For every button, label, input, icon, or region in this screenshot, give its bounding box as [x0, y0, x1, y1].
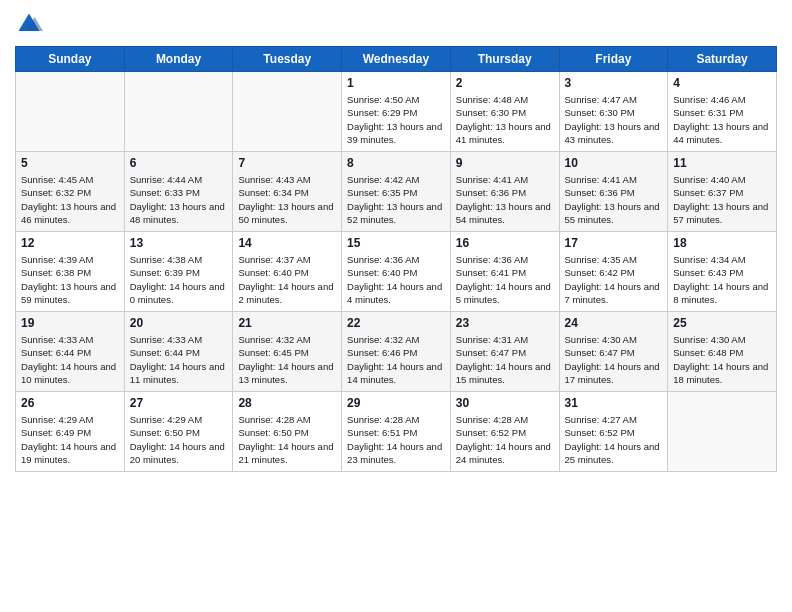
day-info: Sunrise: 4:46 AMSunset: 6:31 PMDaylight:… [673, 93, 771, 146]
calendar-day-cell: 19Sunrise: 4:33 AMSunset: 6:44 PMDayligh… [16, 312, 125, 392]
calendar-day-cell: 12Sunrise: 4:39 AMSunset: 6:38 PMDayligh… [16, 232, 125, 312]
day-info: Sunrise: 4:28 AMSunset: 6:50 PMDaylight:… [238, 413, 336, 466]
day-info: Sunrise: 4:50 AMSunset: 6:29 PMDaylight:… [347, 93, 445, 146]
calendar-day-cell: 21Sunrise: 4:32 AMSunset: 6:45 PMDayligh… [233, 312, 342, 392]
day-number: 24 [565, 316, 663, 330]
day-info: Sunrise: 4:30 AMSunset: 6:47 PMDaylight:… [565, 333, 663, 386]
day-info: Sunrise: 4:39 AMSunset: 6:38 PMDaylight:… [21, 253, 119, 306]
day-number: 14 [238, 236, 336, 250]
calendar-day-cell: 16Sunrise: 4:36 AMSunset: 6:41 PMDayligh… [450, 232, 559, 312]
day-number: 16 [456, 236, 554, 250]
calendar-day-cell [124, 72, 233, 152]
day-number: 10 [565, 156, 663, 170]
day-info: Sunrise: 4:41 AMSunset: 6:36 PMDaylight:… [456, 173, 554, 226]
day-number: 31 [565, 396, 663, 410]
calendar-day-cell: 6Sunrise: 4:44 AMSunset: 6:33 PMDaylight… [124, 152, 233, 232]
day-number: 9 [456, 156, 554, 170]
calendar-day-cell: 13Sunrise: 4:38 AMSunset: 6:39 PMDayligh… [124, 232, 233, 312]
calendar-header-monday: Monday [124, 47, 233, 72]
calendar-week-row: 19Sunrise: 4:33 AMSunset: 6:44 PMDayligh… [16, 312, 777, 392]
day-number: 30 [456, 396, 554, 410]
calendar-day-cell: 4Sunrise: 4:46 AMSunset: 6:31 PMDaylight… [668, 72, 777, 152]
day-number: 29 [347, 396, 445, 410]
calendar-day-cell: 9Sunrise: 4:41 AMSunset: 6:36 PMDaylight… [450, 152, 559, 232]
calendar-header-row: SundayMondayTuesdayWednesdayThursdayFrid… [16, 47, 777, 72]
day-number: 4 [673, 76, 771, 90]
calendar-day-cell: 22Sunrise: 4:32 AMSunset: 6:46 PMDayligh… [342, 312, 451, 392]
day-number: 21 [238, 316, 336, 330]
calendar-day-cell: 15Sunrise: 4:36 AMSunset: 6:40 PMDayligh… [342, 232, 451, 312]
calendar-day-cell: 29Sunrise: 4:28 AMSunset: 6:51 PMDayligh… [342, 392, 451, 472]
calendar-day-cell: 17Sunrise: 4:35 AMSunset: 6:42 PMDayligh… [559, 232, 668, 312]
logo [15, 10, 47, 38]
day-info: Sunrise: 4:30 AMSunset: 6:48 PMDaylight:… [673, 333, 771, 386]
calendar-day-cell: 27Sunrise: 4:29 AMSunset: 6:50 PMDayligh… [124, 392, 233, 472]
day-info: Sunrise: 4:31 AMSunset: 6:47 PMDaylight:… [456, 333, 554, 386]
calendar-table: SundayMondayTuesdayWednesdayThursdayFrid… [15, 46, 777, 472]
calendar-day-cell: 8Sunrise: 4:42 AMSunset: 6:35 PMDaylight… [342, 152, 451, 232]
calendar-day-cell: 11Sunrise: 4:40 AMSunset: 6:37 PMDayligh… [668, 152, 777, 232]
calendar-week-row: 1Sunrise: 4:50 AMSunset: 6:29 PMDaylight… [16, 72, 777, 152]
calendar-week-row: 26Sunrise: 4:29 AMSunset: 6:49 PMDayligh… [16, 392, 777, 472]
day-info: Sunrise: 4:28 AMSunset: 6:52 PMDaylight:… [456, 413, 554, 466]
day-info: Sunrise: 4:32 AMSunset: 6:46 PMDaylight:… [347, 333, 445, 386]
day-info: Sunrise: 4:36 AMSunset: 6:41 PMDaylight:… [456, 253, 554, 306]
day-info: Sunrise: 4:35 AMSunset: 6:42 PMDaylight:… [565, 253, 663, 306]
day-info: Sunrise: 4:48 AMSunset: 6:30 PMDaylight:… [456, 93, 554, 146]
calendar-day-cell [233, 72, 342, 152]
day-number: 6 [130, 156, 228, 170]
day-info: Sunrise: 4:41 AMSunset: 6:36 PMDaylight:… [565, 173, 663, 226]
day-number: 18 [673, 236, 771, 250]
day-number: 25 [673, 316, 771, 330]
calendar-day-cell: 30Sunrise: 4:28 AMSunset: 6:52 PMDayligh… [450, 392, 559, 472]
calendar-day-cell: 26Sunrise: 4:29 AMSunset: 6:49 PMDayligh… [16, 392, 125, 472]
calendar-header-saturday: Saturday [668, 47, 777, 72]
day-number: 28 [238, 396, 336, 410]
day-info: Sunrise: 4:29 AMSunset: 6:49 PMDaylight:… [21, 413, 119, 466]
calendar-header-friday: Friday [559, 47, 668, 72]
day-number: 23 [456, 316, 554, 330]
day-info: Sunrise: 4:38 AMSunset: 6:39 PMDaylight:… [130, 253, 228, 306]
calendar-day-cell: 20Sunrise: 4:33 AMSunset: 6:44 PMDayligh… [124, 312, 233, 392]
logo-icon [15, 10, 43, 38]
day-number: 11 [673, 156, 771, 170]
day-number: 27 [130, 396, 228, 410]
day-info: Sunrise: 4:28 AMSunset: 6:51 PMDaylight:… [347, 413, 445, 466]
calendar-day-cell: 5Sunrise: 4:45 AMSunset: 6:32 PMDaylight… [16, 152, 125, 232]
day-info: Sunrise: 4:44 AMSunset: 6:33 PMDaylight:… [130, 173, 228, 226]
day-info: Sunrise: 4:29 AMSunset: 6:50 PMDaylight:… [130, 413, 228, 466]
day-number: 26 [21, 396, 119, 410]
calendar-header-tuesday: Tuesday [233, 47, 342, 72]
calendar-day-cell: 1Sunrise: 4:50 AMSunset: 6:29 PMDaylight… [342, 72, 451, 152]
calendar-day-cell [668, 392, 777, 472]
calendar-day-cell [16, 72, 125, 152]
calendar-day-cell: 23Sunrise: 4:31 AMSunset: 6:47 PMDayligh… [450, 312, 559, 392]
day-info: Sunrise: 4:45 AMSunset: 6:32 PMDaylight:… [21, 173, 119, 226]
day-info: Sunrise: 4:36 AMSunset: 6:40 PMDaylight:… [347, 253, 445, 306]
day-number: 7 [238, 156, 336, 170]
calendar-header-thursday: Thursday [450, 47, 559, 72]
day-info: Sunrise: 4:40 AMSunset: 6:37 PMDaylight:… [673, 173, 771, 226]
calendar-day-cell: 31Sunrise: 4:27 AMSunset: 6:52 PMDayligh… [559, 392, 668, 472]
day-info: Sunrise: 4:37 AMSunset: 6:40 PMDaylight:… [238, 253, 336, 306]
header [15, 10, 777, 38]
day-info: Sunrise: 4:33 AMSunset: 6:44 PMDaylight:… [21, 333, 119, 386]
day-info: Sunrise: 4:43 AMSunset: 6:34 PMDaylight:… [238, 173, 336, 226]
calendar-day-cell: 14Sunrise: 4:37 AMSunset: 6:40 PMDayligh… [233, 232, 342, 312]
day-number: 15 [347, 236, 445, 250]
calendar-day-cell: 2Sunrise: 4:48 AMSunset: 6:30 PMDaylight… [450, 72, 559, 152]
calendar-week-row: 12Sunrise: 4:39 AMSunset: 6:38 PMDayligh… [16, 232, 777, 312]
day-number: 5 [21, 156, 119, 170]
day-number: 22 [347, 316, 445, 330]
day-info: Sunrise: 4:33 AMSunset: 6:44 PMDaylight:… [130, 333, 228, 386]
calendar-day-cell: 24Sunrise: 4:30 AMSunset: 6:47 PMDayligh… [559, 312, 668, 392]
calendar-header-wednesday: Wednesday [342, 47, 451, 72]
day-number: 2 [456, 76, 554, 90]
day-number: 17 [565, 236, 663, 250]
day-number: 3 [565, 76, 663, 90]
day-number: 19 [21, 316, 119, 330]
day-number: 13 [130, 236, 228, 250]
day-info: Sunrise: 4:47 AMSunset: 6:30 PMDaylight:… [565, 93, 663, 146]
day-info: Sunrise: 4:42 AMSunset: 6:35 PMDaylight:… [347, 173, 445, 226]
calendar-week-row: 5Sunrise: 4:45 AMSunset: 6:32 PMDaylight… [16, 152, 777, 232]
